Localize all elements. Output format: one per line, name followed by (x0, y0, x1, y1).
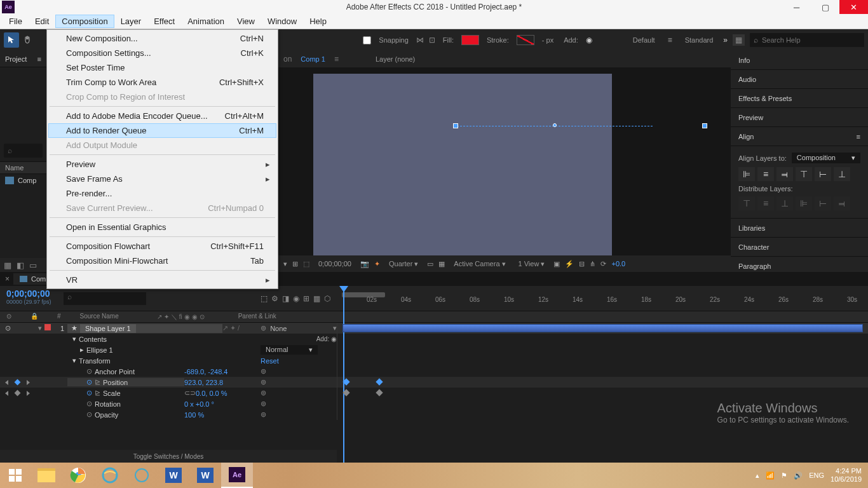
dd-flowchart[interactable]: Composition FlowchartCtrl+Shift+F11 (48, 239, 276, 254)
align-left-icon[interactable]: ⊫ (738, 167, 755, 181)
graph-icon[interactable]: ⊵ (95, 378, 100, 386)
stopwatch-icon[interactable]: ⊙ (86, 410, 92, 419)
add-keyframe-icon[interactable] (15, 379, 21, 386)
hand-tool[interactable] (20, 32, 35, 48)
after-effects-taskbar-icon[interactable]: Ae (221, 463, 253, 488)
panel-info[interactable]: Info (731, 51, 868, 70)
keyframe-1[interactable] (342, 378, 349, 385)
rotation-value[interactable]: 0 x +0.0 ° (184, 400, 214, 408)
reset-exposure-icon[interactable]: ⟳ (600, 260, 606, 268)
panel-character[interactable]: Character (731, 238, 868, 257)
view-dd[interactable]: 1 View ▾ (515, 259, 549, 269)
brainstorm-icon[interactable]: ⬡ (324, 294, 330, 303)
align-hcenter-icon[interactable]: ≡ (757, 167, 774, 181)
flowchart-icon[interactable]: ⋔ (590, 260, 595, 268)
panel-libraries[interactable]: Libraries (731, 219, 868, 238)
ellipse-mode-dd[interactable]: Normal▾ (261, 345, 318, 355)
prev-keyframe-icon[interactable] (5, 380, 8, 385)
dd-mini-flowchart[interactable]: Composition Mini-FlowchartTab (48, 254, 276, 268)
close-tab-icon[interactable]: × (5, 274, 10, 283)
parent-pickwhip-icon[interactable]: ⊚ (261, 324, 266, 332)
viewer-tab-comp1[interactable]: Comp 1 (301, 55, 325, 63)
lock-column-icon[interactable]: 🔒 (31, 313, 38, 322)
next-keyframe-icon[interactable] (27, 391, 30, 396)
keyframe-2[interactable] (376, 378, 383, 385)
word-icon[interactable]: W (158, 463, 189, 488)
expression-pickwhip-icon[interactable]: ⊚ (261, 378, 266, 386)
project-search[interactable]: ⌕ (4, 144, 43, 158)
dd-pre-render[interactable]: Pre-render... (48, 186, 276, 201)
stopwatch-icon[interactable]: ⊙ (86, 389, 92, 397)
expression-pickwhip-icon[interactable]: ⊚ (261, 410, 266, 419)
panel-preview[interactable]: Preview (731, 108, 868, 127)
project-tab[interactable]: Project≡ (0, 51, 46, 67)
snap-magnify-icon[interactable]: ⊡ (429, 36, 435, 44)
opacity-value[interactable]: 100 % (184, 411, 204, 419)
dd-add-render-queue[interactable]: Add to Render QueueCtrl+M (48, 123, 276, 138)
dd-new-composition[interactable]: New Composition...Ctrl+N (48, 31, 276, 46)
region-icon[interactable]: ▭ (427, 260, 433, 268)
frame-blend-icon[interactable]: ◨ (282, 294, 289, 303)
start-button[interactable] (0, 463, 31, 488)
folder-icon[interactable]: ▭ (29, 261, 37, 270)
dist-bottom-icon[interactable]: ⊥ (776, 196, 793, 210)
ie-icon[interactable] (94, 463, 126, 488)
layer-row-1[interactable]: ⊙ ▾ 1 ★Shape Layer 1 ↗✦/ ⊚ None▾ (0, 323, 868, 334)
dd-set-poster-time[interactable]: Set Poster Time (48, 60, 276, 75)
dd-trim-comp[interactable]: Trim Comp to Work AreaCtrl+Shift+X (48, 75, 276, 90)
expression-pickwhip-icon[interactable]: ⊚ (261, 400, 266, 408)
contents-row[interactable]: ▾ Contents Add: ◉ (0, 334, 868, 344)
position-row[interactable]: ⊙ ⊵ Position 923.0, 223.8 ⊚ (0, 377, 868, 388)
network-icon[interactable]: 📶 (766, 471, 775, 480)
dd-vr[interactable]: VR (48, 273, 276, 287)
workspace-menu-icon[interactable]: ≡ (665, 36, 675, 44)
anchor-value[interactable]: -689.0, -248.4 (184, 368, 228, 376)
label-color[interactable] (44, 324, 51, 330)
camera-dd[interactable]: Active Camera ▾ (450, 259, 509, 269)
stopwatch-icon[interactable]: ⊙ (86, 367, 92, 376)
stroke-swatch[interactable] (517, 35, 534, 45)
shy-icon[interactable]: ⚙ (271, 294, 278, 303)
dd-composition-settings[interactable]: Composition Settings...Ctrl+K (48, 46, 276, 60)
menu-file[interactable]: File (3, 15, 29, 28)
draft-3d-icon[interactable]: ▦ (313, 294, 320, 303)
expression-pickwhip-icon[interactable]: ⊚ (261, 367, 266, 376)
dist-top-icon[interactable]: ⊤ (738, 196, 755, 210)
dd-preview[interactable]: Preview (48, 157, 276, 172)
align-vcenter-icon[interactable]: ⊢ (815, 167, 831, 181)
timeline-search[interactable]: ⌕ (64, 292, 146, 305)
maximize-button[interactable]: ▢ (811, 0, 839, 14)
language-indicator[interactable]: ENG (809, 471, 824, 479)
align-to-dropdown[interactable]: Composition▾ (792, 152, 860, 163)
snapshot-icon[interactable]: 📷 (360, 260, 369, 268)
bpc-icon[interactable]: ◧ (17, 261, 24, 270)
add-keyframe-icon[interactable] (15, 390, 21, 396)
word-icon-2[interactable]: W (189, 463, 221, 488)
anchor-point-row[interactable]: ⊙ Anchor Point -689.0, -248.4 ⊚ (0, 366, 868, 377)
project-name-column[interactable]: Name (0, 161, 46, 174)
next-keyframe-icon[interactable] (27, 380, 30, 385)
search-help-box[interactable]: ⌕ (750, 33, 864, 47)
dd-save-frame-as[interactable]: Save Frame As (48, 172, 276, 186)
stopwatch-icon[interactable]: ⊙ (86, 400, 92, 408)
eye-column-icon[interactable]: ⊙ (6, 313, 11, 322)
toggle-switches-button[interactable]: Toggle Switches / Modes (133, 453, 204, 460)
menu-animation[interactable]: Animation (181, 15, 231, 28)
search-help-input[interactable] (762, 36, 851, 44)
menu-composition[interactable]: Composition (55, 15, 114, 28)
composition-canvas[interactable] (313, 74, 612, 268)
handle-left[interactable] (453, 123, 458, 128)
panel-align[interactable]: Align≡ (731, 127, 868, 146)
stopwatch-icon[interactable]: ⊙ (86, 378, 92, 386)
dd-add-media-encoder[interactable]: Add to Adobe Media Encoder Queue...Ctrl+… (48, 109, 276, 123)
viewer-tab-layer[interactable]: Layer (none) (376, 55, 415, 63)
dist-vcenter-icon[interactable]: ≡ (757, 196, 774, 210)
snapping-checkbox[interactable] (363, 36, 371, 44)
handle-mid[interactable] (553, 123, 557, 127)
timeline-ruler[interactable]: 02s04s06s08s10s12s14s16s18s20s22s24s26s2… (337, 286, 868, 311)
menu-window[interactable]: Window (261, 15, 303, 28)
channel-icon[interactable]: ✦ (374, 260, 380, 268)
current-timecode[interactable]: 0;00;00;00 (6, 288, 57, 299)
menu-effect[interactable]: Effect (147, 15, 181, 28)
chrome-icon[interactable] (62, 463, 94, 488)
